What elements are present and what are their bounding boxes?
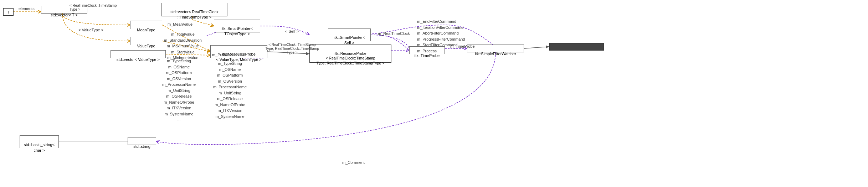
label-m-MeanValue: m_MeanValue: [168, 22, 192, 26]
label-Self: < Self >: [285, 29, 299, 33]
box-basic-string: std::basic_string<char >: [20, 135, 59, 148]
box-XMLFilterWatcher: itk::XMLFilterWatcher: [549, 43, 604, 51]
box-T: T: [3, 8, 14, 16]
box-SmartPointer-TObjectType: itk::SmartPointer<TObjectType >: [214, 20, 260, 32]
label-probe-members-left: m_TypeStringm_OSNamem_OSPlatformm_OSVers…: [162, 58, 196, 123]
label-m-RealTimeClock: m_RealTimeClock: [378, 31, 410, 36]
label-m-Comment: m_Comment: [342, 160, 365, 165]
box-vec-RealTimeClock: std::vector< RealTimeClock::TimeStampTyp…: [161, 3, 227, 16]
label-members-top: m_TotalValuem_StandardDeviationm_Maximum…: [164, 31, 202, 61]
box-std-string: std::string: [128, 137, 156, 145]
box-SimpleFilterWatcher: itk::SimpleFilterWatcher: [467, 45, 524, 52]
label-RealTimeClock-stamp: < RealTimeClock::TimeStampType >: [70, 4, 117, 11]
box-SmartPointer-TObjectType-label: itk::SmartPointer<TObjectType >: [221, 26, 253, 36]
label-elements: elements: [19, 6, 35, 11]
svg-line-4: [524, 47, 549, 48]
box-ResourceProbe-RealTimeClock: itk::ResourceProbe< RealTimeClock::TimeS…: [309, 45, 391, 63]
box-TimeProbe-label: itk::TimeProbe: [415, 53, 440, 58]
box-vec-T-label: std::vector< T >: [51, 13, 78, 17]
box-SmartPointer-Self: itk::SmartPointer<Self >: [328, 28, 371, 41]
box-std-string-label: std::string: [133, 144, 150, 149]
label-m-ProbeValueList: m_ProbeValueList: [212, 53, 244, 57]
box-ResourceProbe-RT-label: itk::ResourceProbe< RealTimeClock::TimeS…: [317, 51, 384, 65]
box-SmartPointer-Self-label: itk::SmartPointer<Self >: [334, 35, 365, 45]
box-MeanType-label: MeanType: [137, 28, 155, 32]
label-realtime-stamp-type: < RealTimeClock::TimeStampType, RealTime…: [265, 43, 319, 54]
box-vec-ValueType: std::vector< ValueType >: [111, 50, 166, 58]
label-ValueType: < ValueType >: [78, 28, 103, 32]
label-probe-members-right: m_TypeStringm_OSNamem_OSPlatformm_OSVers…: [213, 61, 247, 119]
box-vec-ValueType-label: std::vector< ValueType >: [117, 57, 160, 62]
diagram-container: T std::vector< T > MeanType ValueType st…: [0, 0, 868, 187]
box-ValueType: ValueType: [130, 37, 162, 45]
box-basic-string-label: std::basic_string<char >: [24, 142, 55, 152]
box-SimpleFilterWatcher-label: itk::SimpleFilterWatcher: [475, 52, 516, 56]
box-ValueType-label: ValueType: [137, 44, 155, 48]
box-MeanType: MeanType: [130, 21, 162, 29]
box-vec-RealTimeClock-label: std::vector< RealTimeClock::TimeStampTyp…: [170, 10, 218, 19]
label-right-members: m_EndFilterCommandm_IterationFilterComma…: [417, 19, 465, 54]
box-XMLFilterWatcher-label: itk::XMLFilterWatcher: [558, 50, 595, 54]
